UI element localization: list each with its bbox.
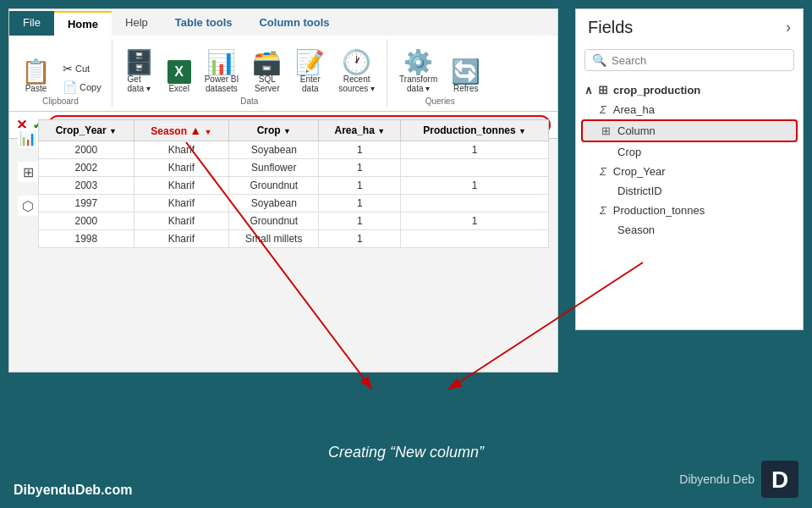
brand-right-text: Dibyendu Deb — [679, 472, 754, 486]
clipboard-buttons: 📋 Paste ✂ Cut 📄 Copy — [16, 39, 105, 95]
fields-search-box[interactable]: 🔍 — [584, 49, 794, 71]
table-cell — [401, 195, 549, 213]
table-cell: Kharif — [134, 230, 228, 248]
refresh-icon: 🔄 — [451, 60, 480, 84]
fields-list: ∧ ⊞ crop_production ΣArea_ha⊞ColumnCropΣ… — [576, 75, 803, 245]
col-header-season[interactable]: Season ▲ ▼ — [134, 120, 228, 141]
refresh-button[interactable]: 🔄 Refres — [446, 58, 486, 95]
table-cell: 1 — [401, 141, 549, 159]
clipboard-label: Clipboard — [42, 97, 79, 108]
table-cell: Kharif — [134, 195, 228, 213]
table-cell — [401, 230, 549, 248]
ribbon-group-clipboard: 📋 Paste ✂ Cut 📄 Copy Clipboard — [9, 39, 112, 108]
powerbi-window: File Home Help Table tools Column tools … — [8, 8, 558, 373]
col-header-crop[interactable]: Crop ▼ — [229, 120, 319, 141]
table-field-icon: ⊞ — [601, 124, 611, 137]
table-row: 1998KharifSmall millets1 — [39, 230, 549, 248]
sigma-icon: Σ — [600, 103, 606, 116]
field-item-column[interactable]: ⊞Column — [581, 119, 798, 142]
table-icon: ⊞ — [598, 83, 608, 97]
sidebar-model-icon[interactable]: ⬡ — [18, 196, 38, 216]
transform-icon: ⚙️ — [403, 51, 433, 75]
enter-data-button[interactable]: 📝 Enterdata — [290, 49, 330, 95]
copy-label: Copy — [80, 82, 102, 92]
table-cell: 1 — [319, 195, 401, 213]
table-cell: 1 — [319, 177, 401, 195]
recent-sources-button[interactable]: 🕐 Recentsources ▾ — [333, 49, 380, 95]
brand-left: DibyenduDeb.com — [14, 483, 132, 498]
filter-crop-year[interactable]: ▼ — [109, 127, 117, 135]
get-data-icon: 🗄️ — [124, 51, 154, 75]
filter-area[interactable]: ▼ — [377, 127, 385, 135]
transform-label: Transformdata ▾ — [399, 75, 437, 93]
fields-title: Fields — [588, 18, 633, 37]
excel-icon: X — [167, 60, 191, 84]
table-cell: 1998 — [39, 230, 134, 248]
field-name: Production_tonnes — [613, 204, 705, 217]
field-item-season[interactable]: Season — [576, 220, 803, 240]
table-cell: 1 — [401, 213, 549, 230]
field-item-production_tonnes[interactable]: ΣProduction_tonnes — [576, 201, 803, 220]
col-header-production[interactable]: Production_tonnes ▼ — [401, 120, 549, 141]
powerbi-datasets-label: Power BIdatasets — [205, 75, 239, 93]
table-cell: 2003 — [39, 177, 134, 195]
annotation-area: Creating “New column” — [0, 444, 812, 461]
table-cell: 1 — [319, 159, 401, 177]
sql-label: SQLServer — [255, 75, 279, 93]
excel-button[interactable]: X Excel — [162, 58, 196, 95]
sql-button[interactable]: 🗃️ SQLServer — [247, 49, 287, 95]
sidebar-chart-icon[interactable]: 📊 — [18, 128, 38, 148]
search-input[interactable] — [612, 54, 787, 67]
brand-left-text: DibyenduDeb.com — [14, 483, 132, 497]
paste-button[interactable]: 📋 Paste — [16, 58, 56, 95]
data-buttons: 🗄️ Getdata ▾ X Excel 📊 Power BIdatasets … — [119, 39, 380, 95]
tab-help[interactable]: Help — [112, 11, 162, 36]
field-name: Season — [617, 224, 655, 236]
fields-panel: Fields › 🔍 ∧ ⊞ crop_production ΣArea_ha⊞… — [575, 8, 804, 330]
annotation-text: Creating “New column” — [328, 444, 484, 461]
field-item-crop[interactable]: Crop — [576, 142, 803, 162]
powerbi-datasets-button[interactable]: 📊 Power BIdatasets — [200, 49, 244, 95]
field-name: Crop — [617, 146, 641, 158]
sigma-icon: Σ — [600, 204, 606, 217]
excel-label: Excel — [168, 84, 189, 93]
search-icon: 🔍 — [592, 53, 606, 67]
tab-file[interactable]: File — [9, 11, 54, 36]
transform-data-button[interactable]: ⚙️ Transformdata ▾ — [394, 49, 442, 95]
queries-buttons: ⚙️ Transformdata ▾ 🔄 Refres — [394, 39, 486, 95]
tab-home[interactable]: Home — [54, 11, 112, 36]
cut-button[interactable]: ✂ Cut — [59, 61, 105, 76]
season-arrow: ▲ — [189, 124, 201, 137]
table-cell: Kharif — [134, 141, 228, 159]
tab-table-tools[interactable]: Table tools — [162, 11, 246, 36]
table-cell: Soyabean — [229, 195, 319, 213]
table-cell: 2002 — [39, 159, 134, 177]
get-data-button[interactable]: 🗄️ Getdata ▾ — [119, 49, 159, 95]
fields-chevron-icon[interactable]: › — [786, 19, 791, 36]
brand-right: Dibyendu Deb D — [679, 461, 798, 498]
field-item-area_ha[interactable]: ΣArea_ha — [576, 100, 803, 119]
table-cell: Small millets — [229, 230, 319, 248]
filter-production[interactable]: ▼ — [518, 127, 526, 135]
brand-logo: D — [761, 461, 798, 498]
field-item-districtid[interactable]: DistrictID — [576, 181, 803, 201]
table-row: 2000KharifSoyabean11 — [39, 141, 549, 159]
filter-crop[interactable]: ▼ — [283, 127, 291, 135]
tab-column-tools[interactable]: Column tools — [245, 11, 343, 36]
field-name: Area_ha — [613, 103, 655, 116]
field-group-crop-production[interactable]: ∧ ⊞ crop_production — [576, 80, 803, 100]
table-row: 2000KharifGroundnut11 — [39, 213, 549, 230]
field-name: DistrictID — [617, 185, 662, 197]
field-item-crop_year[interactable]: ΣCrop_Year — [576, 162, 803, 181]
copy-button[interactable]: 📄 Copy — [59, 80, 105, 95]
filter-season[interactable]: ▼ — [205, 128, 212, 136]
table-cell: 1 — [319, 141, 401, 159]
copy-icon: 📄 — [63, 80, 77, 94]
sidebar-table-icon[interactable]: ⊞ — [18, 162, 38, 182]
enter-data-label: Enterdata — [300, 75, 321, 93]
col-header-crop-year[interactable]: Crop_Year ▼ — [39, 120, 134, 141]
table-cell: Kharif — [134, 177, 228, 195]
data-group-label: Data — [240, 97, 258, 108]
col-header-area-ha[interactable]: Area_ha ▼ — [319, 120, 401, 141]
table-cell: Groundnut — [229, 177, 319, 195]
